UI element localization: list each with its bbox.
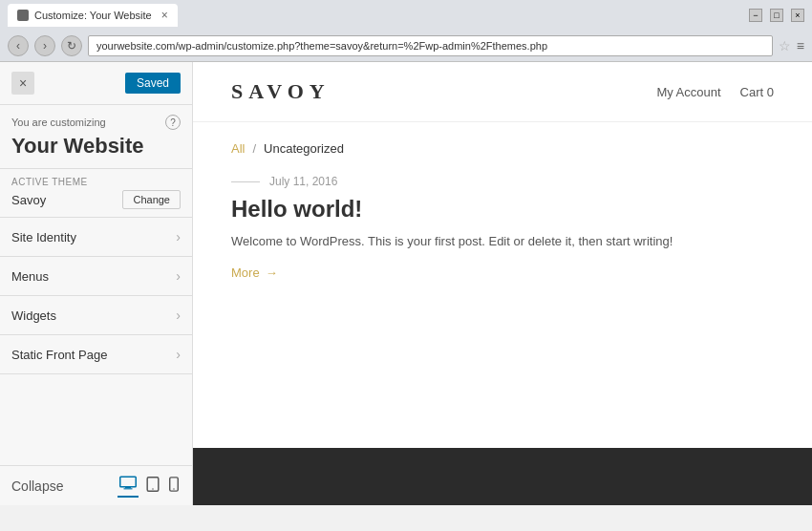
menu-item-label: Widgets — [11, 308, 56, 323]
active-theme-row: Savoy Change — [11, 190, 181, 209]
menu-item-label: Site Identity — [11, 230, 76, 244]
breadcrumb-all[interactable]: All — [231, 141, 245, 156]
svg-rect-0 — [120, 477, 137, 487]
reload-button[interactable]: ↻ — [61, 35, 82, 56]
menu-item-label: Menus — [11, 269, 49, 284]
svg-point-4 — [152, 488, 153, 489]
my-account-link[interactable]: My Account — [656, 85, 720, 99]
bookmark-icon[interactable]: ☆ — [779, 38, 791, 53]
preview-site-footer — [193, 448, 812, 505]
post-content: Welcome to WordPress. This is your first… — [231, 232, 774, 252]
back-button[interactable]: ‹ — [8, 35, 29, 56]
more-label: More — [231, 266, 260, 280]
device-icons — [118, 474, 181, 498]
cart-link[interactable]: Cart 0 — [740, 85, 774, 99]
preview-site-header: SAVOY My Account Cart 0 — [193, 62, 812, 122]
main-layout: × Saved You are customizing ? Your Websi… — [0, 62, 812, 505]
sidebar-footer: Collapse — [0, 465, 192, 505]
menu-item-site-identity[interactable]: Site Identity › — [0, 218, 192, 257]
chevron-right-icon: › — [176, 308, 181, 323]
preview-content: All / Uncategorized July 11, 2016 Hello … — [193, 122, 812, 448]
change-theme-button[interactable]: Change — [122, 190, 181, 209]
browser-tab[interactable]: Customize: Your Website × — [8, 4, 178, 27]
customizer-sidebar: × Saved You are customizing ? Your Websi… — [0, 62, 193, 505]
site-logo: SAVOY — [231, 79, 331, 104]
menu-item-widgets[interactable]: Widgets › — [0, 296, 192, 335]
header-nav: My Account Cart 0 — [656, 85, 774, 99]
breadcrumb-current: Uncategorized — [264, 141, 344, 156]
customizer-menu-items: Site Identity › Menus › Widgets › Static… — [0, 218, 192, 465]
tab-title: Customize: Your Website — [34, 10, 152, 21]
menu-item-static-front-page[interactable]: Static Front Page › — [0, 335, 192, 374]
desktop-view-button[interactable] — [118, 474, 139, 498]
preview-area: SAVOY My Account Cart 0 All / Uncategori… — [193, 62, 812, 505]
info-icon[interactable]: ? — [165, 115, 181, 130]
post-title: Hello world! — [231, 196, 774, 223]
chevron-right-icon: › — [176, 268, 181, 284]
active-theme-label: Active theme — [11, 177, 181, 187]
menu-item-menus[interactable]: Menus › — [0, 257, 192, 296]
more-link[interactable]: More → — [231, 266, 774, 280]
breadcrumb: All / Uncategorized — [231, 141, 774, 156]
chevron-right-icon: › — [176, 347, 181, 362]
menu-item-label: Static Front Page — [11, 348, 107, 362]
browser-menu-icon[interactable]: ≡ — [797, 38, 804, 53]
site-title: Your Website — [0, 132, 192, 168]
tab-close-btn[interactable]: × — [161, 9, 168, 22]
minimize-button[interactable]: − — [749, 9, 762, 22]
sidebar-header: × Saved — [0, 62, 192, 105]
saved-button[interactable]: Saved — [125, 73, 181, 94]
mobile-view-button[interactable] — [167, 474, 181, 498]
window-controls: − □ × — [749, 9, 804, 22]
svg-rect-1 — [125, 487, 131, 489]
title-bar: Customize: Your Website × − □ × — [0, 0, 812, 31]
restore-button[interactable]: □ — [770, 9, 783, 22]
chevron-right-icon: › — [176, 229, 181, 244]
tablet-view-button[interactable] — [144, 474, 161, 498]
theme-name: Savoy — [11, 193, 46, 207]
close-button[interactable]: × — [791, 9, 804, 22]
more-arrow-icon: → — [266, 266, 278, 280]
cart-count: 0 — [767, 85, 774, 99]
collapse-label: Collapse — [11, 478, 63, 494]
address-bar-row: ‹ › ↻ ☆ ≡ — [0, 31, 812, 61]
breadcrumb-separator: / — [252, 141, 256, 156]
tab-favicon — [17, 10, 29, 21]
close-customizer-button[interactable]: × — [11, 72, 34, 95]
forward-button[interactable]: › — [34, 35, 55, 56]
svg-point-6 — [173, 488, 174, 489]
post-date: July 11, 2016 — [269, 175, 337, 188]
post-date-row: July 11, 2016 — [231, 175, 774, 188]
collapse-button[interactable]: Collapse — [11, 478, 63, 494]
customizing-label: You are customizing ? — [0, 105, 192, 132]
svg-rect-2 — [124, 488, 133, 489]
post-line-divider — [231, 181, 260, 182]
address-input[interactable] — [88, 35, 773, 56]
active-theme-section: Active theme Savoy Change — [0, 168, 192, 218]
browser-chrome: Customize: Your Website × − □ × ‹ › ↻ ☆ … — [0, 0, 812, 62]
